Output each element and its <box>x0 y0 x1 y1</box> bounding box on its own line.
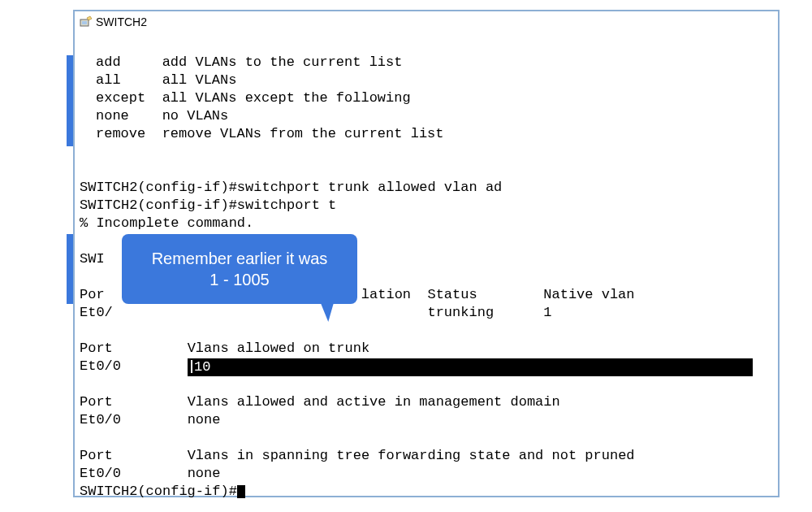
help-row: remove remove VLANs from the current lis… <box>96 126 443 141</box>
output-line: SWITCH2(config-if)#switchport trunk allo… <box>80 161 778 501</box>
callout-text: Remember earlier it was 1 - 1005 <box>152 248 328 290</box>
window-title-bar[interactable]: SWITCH2 <box>75 11 778 33</box>
help-listing: add add VLANs to the current list all al… <box>80 54 778 143</box>
help-row: except all VLANs except the following <box>96 90 411 106</box>
help-row: add add VLANs to the current list <box>96 54 402 70</box>
svg-rect-1 <box>82 21 87 24</box>
help-row: all all VLANs <box>96 72 236 88</box>
help-row: none no VLANs <box>96 108 228 124</box>
text-cursor-icon <box>191 360 192 373</box>
section-label: Port <box>80 341 113 356</box>
highlighted-value: 10 <box>188 358 753 376</box>
window-title: SWITCH2 <box>96 15 147 28</box>
section-label: Port <box>80 394 113 410</box>
cursor-block-icon <box>237 485 245 498</box>
section-label: Port <box>80 448 113 463</box>
prompt-line[interactable]: SWITCH2(config-if)# <box>80 484 237 499</box>
putty-icon <box>80 15 93 28</box>
annotation-callout: Remember earlier it was 1 - 1005 <box>122 234 357 304</box>
